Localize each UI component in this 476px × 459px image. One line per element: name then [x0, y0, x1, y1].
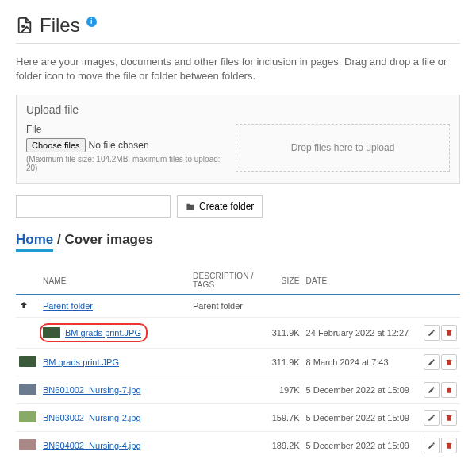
file-link[interactable]: BN603002_Nursing-2.jpg: [43, 413, 141, 422]
file-date: 8 March 2024 at 7:43: [303, 349, 417, 376]
delete-button[interactable]: [441, 410, 457, 426]
table-row: BM grads print.JPG311.9K24 February 2022…: [16, 318, 460, 349]
delete-button[interactable]: [441, 354, 457, 370]
page-title-text: Files: [40, 14, 80, 37]
col-size[interactable]: SIZE: [269, 267, 303, 295]
pencil-icon: [428, 442, 436, 449]
create-folder-button[interactable]: Create folder: [177, 195, 263, 218]
file-date: 5 December 2022 at 15:09: [303, 432, 417, 459]
parent-folder-desc: Parent folder: [190, 295, 269, 318]
page-header: Files i: [16, 14, 460, 44]
delete-button[interactable]: [441, 382, 457, 398]
table-row: BM grads print.JPG311.9K8 March 2024 at …: [16, 349, 460, 376]
intro-text: Here are your images, documents and othe…: [16, 55, 460, 83]
pencil-icon: [428, 358, 436, 366]
file-date: 5 December 2022 at 15:09: [303, 376, 417, 404]
table-row: BN603002_Nursing-2.jpg159.7K5 December 2…: [16, 404, 460, 432]
file-size: 311.9K: [269, 318, 303, 349]
thumbnail: [43, 327, 60, 338]
col-date[interactable]: DATE: [303, 267, 417, 295]
pencil-icon: [428, 414, 436, 422]
dropzone[interactable]: Drop files here to upload: [236, 124, 450, 172]
edit-button[interactable]: [424, 410, 440, 426]
file-date: 24 February 2022 at 12:27: [303, 318, 417, 349]
up-arrow-icon: [19, 300, 29, 310]
file-size: 311.9K: [269, 349, 303, 376]
file-link[interactable]: BN601002_Nursing-7.jpg: [43, 385, 141, 395]
create-folder-label: Create folder: [199, 201, 254, 212]
folder-toolbar: Create folder: [16, 195, 460, 218]
col-desc[interactable]: DESCRIPTION / TAGS: [190, 267, 269, 295]
thumbnail: [19, 356, 36, 367]
parent-folder-row[interactable]: Parent folder Parent folder: [16, 295, 460, 318]
edit-button[interactable]: [424, 438, 440, 453]
pencil-icon: [428, 386, 436, 394]
thumbnail: [19, 384, 36, 395]
page-title: Files: [16, 14, 80, 37]
file-link[interactable]: BN604002_Nursing-4.jpg: [43, 441, 141, 450]
table-row: BN601002_Nursing-7.jpg197K5 December 202…: [16, 376, 460, 404]
breadcrumb-sep: /: [53, 232, 64, 247]
upload-panel-title: Upload file: [26, 103, 450, 116]
breadcrumb-home-link[interactable]: Home: [16, 232, 53, 247]
col-name[interactable]: NAME: [40, 267, 190, 295]
folder-icon: [186, 202, 195, 211]
file-link[interactable]: BM grads print.JPG: [65, 328, 141, 338]
file-size: 189.2K: [269, 432, 303, 459]
file-date: 5 December 2022 at 15:09: [303, 404, 417, 432]
edit-button[interactable]: [424, 325, 440, 341]
info-icon[interactable]: i: [86, 17, 97, 27]
file-chosen-status: No file chosen: [89, 140, 149, 151]
file-size: 159.7K: [269, 404, 303, 432]
file-label: File: [26, 124, 223, 135]
choose-files-button[interactable]: Choose files: [26, 138, 86, 152]
delete-button[interactable]: [441, 325, 457, 341]
pencil-icon: [428, 329, 436, 337]
parent-folder-link[interactable]: Parent folder: [43, 301, 93, 310]
edit-button[interactable]: [424, 382, 440, 398]
upload-hint: (Maximum file size: 104.2MB, maximum fil…: [26, 155, 223, 172]
upload-panel: Upload file File Choose files No file ch…: [16, 94, 460, 184]
breadcrumb-current: Cover images: [64, 232, 153, 247]
svg-point-0: [22, 25, 24, 27]
highlighted-file: BM grads print.JPG: [40, 323, 148, 342]
thumbnail: [19, 439, 36, 450]
breadcrumb: Home / Cover images: [16, 232, 460, 250]
thumbnail: [19, 411, 36, 422]
folder-name-input[interactable]: [16, 195, 171, 218]
file-link[interactable]: BM grads print.JPG: [43, 357, 119, 367]
file-size: 197K: [269, 376, 303, 404]
image-file-icon: [16, 16, 33, 35]
edit-button[interactable]: [424, 354, 440, 370]
table-row: BN604002_Nursing-4.jpg189.2K5 December 2…: [16, 432, 460, 459]
delete-button[interactable]: [441, 438, 457, 453]
files-table: NAME DESCRIPTION / TAGS SIZE DATE Parent…: [16, 267, 460, 459]
